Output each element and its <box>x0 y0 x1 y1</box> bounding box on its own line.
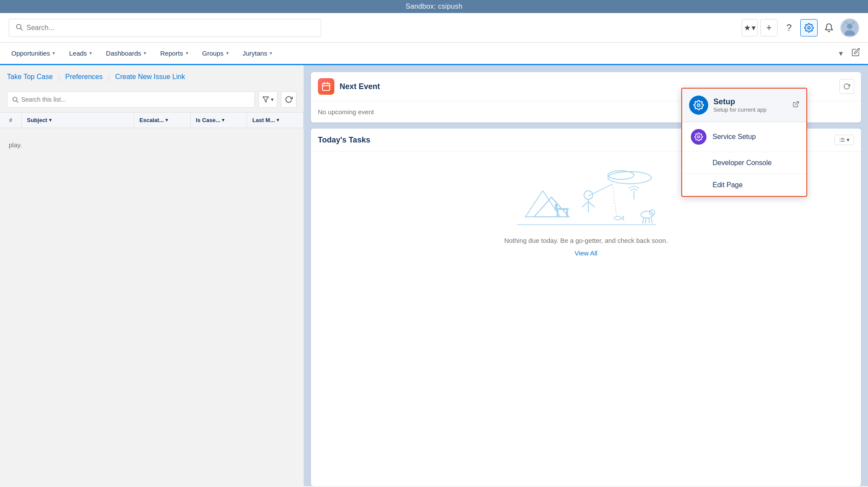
svg-line-41 <box>645 218 646 223</box>
svg-point-21 <box>608 172 651 184</box>
plus-icon: + <box>766 22 772 33</box>
divider-2: | <box>108 73 110 82</box>
tasks-filter-chevron: ▾ <box>847 137 849 143</box>
help-button[interactable]: ? <box>780 19 798 36</box>
svg-line-42 <box>649 218 650 223</box>
search-list-input[interactable] <box>21 96 250 103</box>
col-escalat[interactable]: Escalat... ▾ <box>134 113 191 128</box>
nav-chevron-groups: ▾ <box>226 50 229 56</box>
table-header: # Subject ▾ Escalat... ▾ Is Case... ▾ La… <box>0 112 304 128</box>
panel-actions: Take Top Case | Preferences | Create New… <box>0 65 304 89</box>
nav-item-leads[interactable]: Leads ▾ <box>62 43 99 65</box>
divider-1: | <box>58 73 60 82</box>
svg-point-4 <box>847 23 853 29</box>
gear-icon <box>804 23 814 33</box>
nav-chevron-opportunities: ▾ <box>53 50 55 56</box>
view-all-link[interactable]: View All <box>574 249 597 257</box>
next-event-refresh-button[interactable] <box>839 79 854 94</box>
filter-tasks-icon <box>839 137 845 143</box>
gear-button[interactable] <box>800 19 818 36</box>
nav-item-opportunities[interactable]: Opportunities ▾ <box>4 43 62 65</box>
nav-item-dashboards[interactable]: Dashboards ▾ <box>99 43 153 65</box>
external-link-icon <box>792 101 799 109</box>
service-setup-icon <box>691 129 706 145</box>
header: ★ ▾ + ? <box>0 13 868 43</box>
svg-rect-25 <box>556 208 569 210</box>
star-icon: ★ <box>744 23 751 33</box>
search-input[interactable] <box>26 24 315 32</box>
favorites-button[interactable]: ★ ▾ <box>742 19 758 36</box>
chevron-down-icon: ▾ <box>752 23 756 33</box>
svg-point-45 <box>697 104 700 106</box>
search-box[interactable] <box>9 19 321 37</box>
edit-page-item[interactable]: Edit Page <box>682 174 806 196</box>
tasks-empty-text: Nothing due today. Be a go-getter, and c… <box>504 237 668 244</box>
svg-marker-10 <box>263 97 268 102</box>
svg-line-1 <box>21 28 23 30</box>
sort-icon-lastmod: ▾ <box>277 117 279 123</box>
nav-bar: Opportunities ▾ Leads ▾ Dashboards ▾ Rep… <box>0 43 868 65</box>
search-icon <box>15 23 23 33</box>
developer-console-label: Developer Console <box>691 159 772 167</box>
service-setup-label: Service Setup <box>713 133 756 141</box>
service-setup-item[interactable]: Service Setup <box>682 122 806 152</box>
nav-label-groups: Groups <box>202 50 224 57</box>
svg-line-34 <box>612 184 617 217</box>
setup-subtitle: Setup for current app <box>713 106 787 113</box>
col-lastmod[interactable]: Last M... ▾ <box>247 113 304 128</box>
setup-dropdown-menu: Setup Setup for current app Service Setu… <box>681 88 807 197</box>
nav-chevron-leads: ▾ <box>89 50 92 56</box>
nav-item-jurytans[interactable]: Jurytans ▾ <box>236 43 280 65</box>
preferences-button[interactable]: Preferences <box>65 71 102 83</box>
filter-chevron: ▾ <box>271 96 274 103</box>
svg-point-0 <box>17 24 21 29</box>
setup-text-group: Setup Setup for current app <box>713 97 787 113</box>
tasks-illustration <box>517 160 656 230</box>
bell-icon <box>824 23 834 33</box>
take-top-case-button[interactable]: Take Top Case <box>7 71 53 83</box>
setup-item[interactable]: Setup Setup for current app <box>682 89 806 122</box>
refresh-button[interactable] <box>281 91 297 108</box>
sandbox-banner: Sandbox: csipush <box>0 0 868 13</box>
search-list-row: ▾ <box>0 89 304 112</box>
setup-title: Setup <box>713 97 787 106</box>
nav-more-button[interactable]: ▾ <box>835 47 846 60</box>
nav-edit-button[interactable] <box>848 46 864 60</box>
svg-rect-11 <box>323 83 330 91</box>
filter-button[interactable]: ▾ <box>258 91 277 108</box>
nav-end-actions: ▾ <box>835 46 868 60</box>
svg-marker-23 <box>525 191 560 217</box>
sort-icon-escalat: ▾ <box>165 117 168 123</box>
svg-marker-24 <box>534 197 569 217</box>
developer-console-item[interactable]: Developer Console <box>682 152 806 174</box>
sort-icon-iscase: ▾ <box>222 117 224 123</box>
nav-item-reports[interactable]: Reports ▾ <box>153 43 195 65</box>
tasks-actions: ▾ <box>834 135 854 145</box>
svg-line-9 <box>17 101 18 102</box>
next-event-title: Next Event <box>340 82 380 91</box>
create-new-issue-link-button[interactable]: Create New Issue Link <box>115 71 185 83</box>
svg-line-33 <box>588 184 612 196</box>
search-list-icon <box>12 96 19 103</box>
calendar-icon <box>318 78 334 95</box>
avatar-icon <box>842 20 858 36</box>
svg-point-35 <box>614 216 621 220</box>
sort-icon-subject: ▾ <box>49 117 52 123</box>
tasks-title: Today's Tasks <box>318 136 370 145</box>
svg-line-40 <box>643 218 644 223</box>
search-list-box[interactable] <box>7 91 255 108</box>
col-subject[interactable]: Subject ▾ <box>22 113 134 128</box>
add-button[interactable]: + <box>760 19 778 36</box>
user-avatar-button[interactable] <box>840 18 859 37</box>
svg-point-47 <box>698 136 700 138</box>
nav-item-groups[interactable]: Groups ▾ <box>195 43 236 65</box>
col-iscase[interactable]: Is Case... ▾ <box>191 113 247 128</box>
refresh-icon <box>285 96 293 103</box>
nav-label-jurytans: Jurytans <box>243 50 267 57</box>
svg-rect-28 <box>555 204 558 211</box>
notifications-button[interactable] <box>820 19 838 36</box>
filter-icon <box>262 96 269 103</box>
tasks-filter-button[interactable]: ▾ <box>834 135 854 145</box>
help-icon: ? <box>786 22 792 33</box>
refresh-icon <box>843 83 850 90</box>
